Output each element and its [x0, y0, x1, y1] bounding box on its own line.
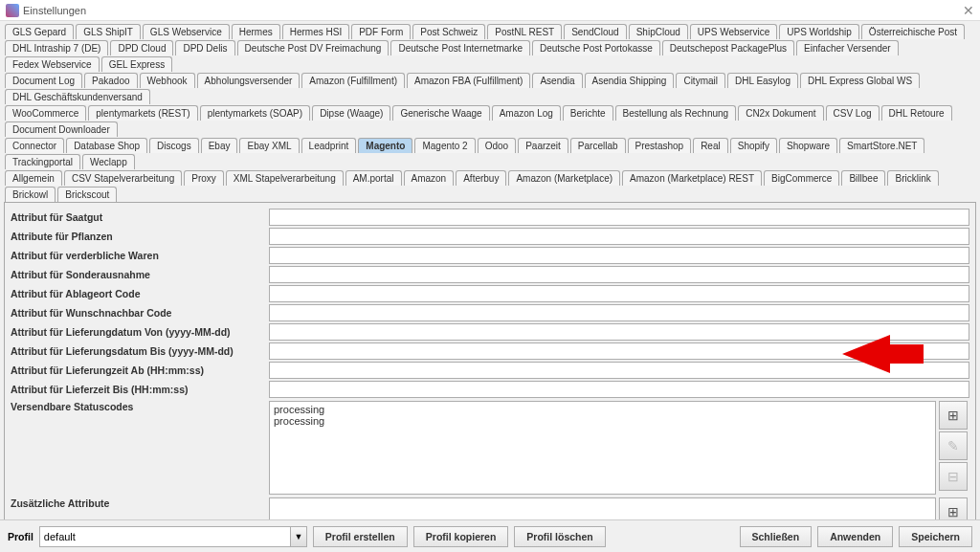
tab-einfacher-versender[interactable]: Einfacher Versender: [796, 40, 899, 55]
tab-prestashop[interactable]: Prestashop: [628, 138, 692, 153]
tab-shipcloud[interactable]: ShipCloud: [629, 24, 688, 39]
tab-dipse-waage-[interactable]: Dipse (Waage): [312, 105, 390, 121]
tab-dhl-gesch-ftskundenversand[interactable]: DHL Geschäftskundenversand: [5, 89, 150, 104]
tab-gls-webservice[interactable]: GLS Webservice: [143, 24, 230, 39]
tab-shopware[interactable]: Shopware: [779, 138, 837, 153]
tab-magento[interactable]: Magento: [358, 138, 412, 153]
tab-magento-2[interactable]: Magento 2: [414, 138, 475, 153]
tab-pdf-form[interactable]: PDF Form: [351, 24, 411, 39]
chevron-down-icon[interactable]: ▼: [290, 526, 307, 547]
tab-ebay[interactable]: Ebay: [201, 138, 238, 153]
tab-leadprint[interactable]: Leadprint: [301, 138, 357, 153]
tab-post-schweiz[interactable]: Post Schweiz: [412, 24, 485, 39]
save-button[interactable]: Speichern: [899, 526, 972, 547]
field-input-3[interactable]: [269, 266, 969, 283]
apply-button[interactable]: Anwenden: [817, 526, 893, 547]
remove-status-button[interactable]: ⊟: [939, 462, 968, 491]
field-input-8[interactable]: [269, 362, 969, 379]
tab-sendcloud[interactable]: SendCloud: [564, 24, 626, 39]
tab-allgemein[interactable]: Allgemein: [5, 170, 62, 186]
profile-select[interactable]: ▼: [39, 526, 307, 547]
close-icon[interactable]: ✕: [963, 3, 974, 18]
tab-deutsche-post-internetmarke[interactable]: Deutsche Post Internetmarke: [390, 40, 530, 55]
statuscodes-list[interactable]: processingprocessing: [269, 401, 936, 495]
tab-brickscout[interactable]: Brickscout: [57, 187, 117, 202]
tab-real[interactable]: Real: [693, 138, 728, 153]
tab-xml-stapelverarbeitung[interactable]: XML Stapelverarbeitung: [226, 170, 344, 186]
tab-weclapp[interactable]: Weclapp: [82, 154, 135, 169]
copy-profile-button[interactable]: Profil kopieren: [413, 526, 509, 547]
field-input-1[interactable]: [269, 228, 969, 245]
tab-bricklink[interactable]: Bricklink: [887, 170, 938, 186]
tab-dhl-retoure[interactable]: DHL Retoure: [881, 105, 952, 121]
tab-asendia-shipping[interactable]: Asendia Shipping: [585, 73, 675, 88]
tab-citymail[interactable]: Citymail: [676, 73, 725, 88]
tab-ebay-xml[interactable]: Ebay XML: [239, 138, 299, 153]
tab-cn2x-dokument[interactable]: CN2x Dokument: [738, 105, 823, 121]
tab-bigcommerce[interactable]: BigCommerce: [764, 170, 839, 186]
tab-smartstore-net[interactable]: SmartStore.NET: [839, 138, 924, 153]
field-input-2[interactable]: [269, 247, 969, 264]
add-status-button[interactable]: ⊞: [939, 401, 968, 430]
tab-paarzeit[interactable]: Paarzeit: [518, 138, 568, 153]
tab-odoo[interactable]: Odoo: [478, 138, 516, 153]
tab-proxy[interactable]: Proxy: [184, 170, 224, 186]
tab-dpd-delis[interactable]: DPD Delis: [175, 40, 234, 55]
tab-amazon[interactable]: Amazon: [404, 170, 455, 186]
delete-profile-button[interactable]: Profil löschen: [514, 526, 605, 547]
tab-connector[interactable]: Connector: [5, 138, 64, 153]
tab-plentymarkets-soap-[interactable]: plentymarkets (SOAP): [200, 105, 310, 121]
tab-woocommerce[interactable]: WooCommerce: [5, 105, 86, 121]
tab-asendia[interactable]: Asendia: [532, 73, 582, 88]
tab-deutschepost-packageplus[interactable]: Deutschepost PackagePlus: [662, 40, 794, 55]
close-button[interactable]: Schließen: [740, 526, 813, 547]
tab-webhook[interactable]: Webhook: [140, 73, 195, 88]
tab-hermes-hsi[interactable]: Hermes HSI: [282, 24, 349, 39]
tab-deutsche-post-dv-freimachung[interactable]: Deutsche Post DV Freimachung: [237, 40, 390, 55]
tab-am-portal[interactable]: AM.portal: [345, 170, 402, 186]
tab-csv-log[interactable]: CSV Log: [826, 105, 880, 121]
tab-fedex-webservice[interactable]: Fedex Webservice: [5, 56, 100, 72]
tab-gls-gepard[interactable]: GLS Gepard: [5, 24, 74, 39]
field-input-9[interactable]: [269, 381, 969, 398]
tab-database-shop[interactable]: Database Shop: [66, 138, 147, 153]
field-input-6[interactable]: [269, 323, 969, 341]
tab-trackingportal[interactable]: Trackingportal: [5, 154, 80, 169]
tab-amazon-fulfillment-[interactable]: Amazon (Fulfillment): [301, 73, 405, 88]
tab-amazon-log[interactable]: Amazon Log: [492, 105, 561, 121]
field-input-7[interactable]: [269, 342, 969, 360]
tab--sterreichische-post[interactable]: Österreichische Post: [861, 24, 965, 39]
tab-amazon-fba-fulfillment-[interactable]: Amazon FBA (Fulfillment): [407, 73, 530, 88]
tab-gel-express[interactable]: GEL Express: [101, 56, 173, 72]
tab-amazon-marketplace-[interactable]: Amazon (Marketplace): [508, 170, 620, 186]
field-input-4[interactable]: [269, 285, 969, 302]
field-input-5[interactable]: [269, 304, 969, 321]
tab-dhl-intraship-7-de-[interactable]: DHL Intraship 7 (DE): [5, 40, 108, 55]
tab-ups-webservice[interactable]: UPS Webservice: [690, 24, 777, 39]
tab-dhl-express-global-ws[interactable]: DHL Express Global WS: [800, 73, 920, 88]
tab-brickowl[interactable]: Brickowl: [5, 187, 56, 202]
list-item[interactable]: processing: [274, 415, 931, 427]
profile-input[interactable]: [39, 526, 290, 547]
tab-discogs[interactable]: Discogs: [149, 138, 199, 153]
tab-dhl-easylog[interactable]: DHL Easylog: [727, 73, 798, 88]
tab-plentymarkets-rest-[interactable]: plentymarkets (REST): [88, 105, 197, 121]
tab-shopify[interactable]: Shopify: [730, 138, 777, 153]
tab-gls-shipit[interactable]: GLS ShipIT: [76, 24, 141, 39]
create-profile-button[interactable]: Profil erstellen: [313, 526, 408, 547]
tab-ups-worldship[interactable]: UPS Worldship: [779, 24, 859, 39]
tab-csv-stapelverarbeitung[interactable]: CSV Stapelverarbeitung: [64, 170, 182, 186]
tab-amazon-marketplace-rest[interactable]: Amazon (Marketplace) REST: [622, 170, 762, 186]
tab-deutsche-post-portokasse[interactable]: Deutsche Post Portokasse: [532, 40, 660, 55]
tab-berichte[interactable]: Berichte: [563, 105, 613, 121]
tab-document-log[interactable]: Document Log: [5, 73, 82, 88]
tab-generische-waage[interactable]: Generische Waage: [392, 105, 489, 121]
tab-billbee[interactable]: Billbee: [841, 170, 885, 186]
edit-status-button[interactable]: ✎: [939, 431, 968, 460]
tab-afterbuy[interactable]: Afterbuy: [456, 170, 506, 186]
tab-parcellab[interactable]: Parcellab: [570, 138, 626, 153]
tab-hermes[interactable]: Hermes: [232, 24, 280, 39]
tab-document-downloader[interactable]: Document Downloader: [5, 121, 118, 137]
tab-dpd-cloud[interactable]: DPD Cloud: [110, 40, 173, 55]
field-input-0[interactable]: [269, 209, 969, 226]
